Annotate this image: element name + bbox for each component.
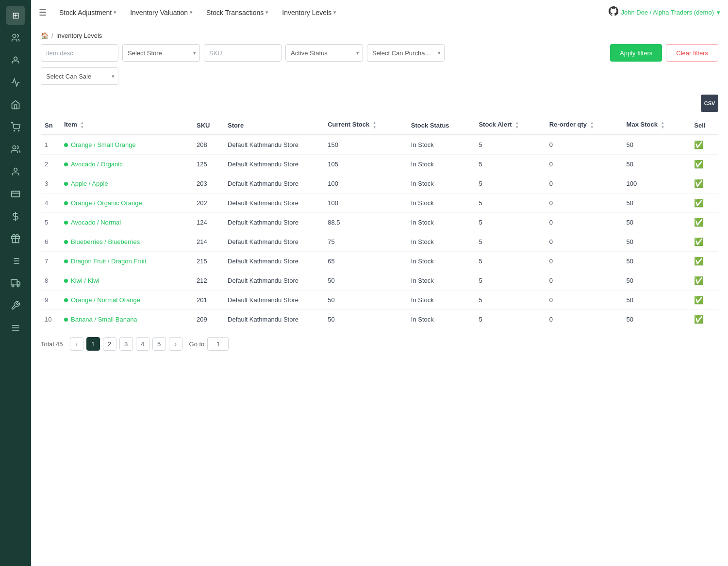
dashboard-icon[interactable]: ⊞ bbox=[6, 6, 25, 25]
item-name[interactable]: Avocado / Normal bbox=[71, 219, 121, 226]
item-name[interactable]: Apple / Apple bbox=[71, 180, 108, 187]
nav-inventory-levels[interactable]: Inventory Levels ▾ bbox=[277, 6, 341, 19]
page-2-button[interactable]: 2 bbox=[103, 337, 116, 351]
prev-page-button[interactable]: ‹ bbox=[70, 337, 83, 351]
hamburger-icon[interactable]: ☰ bbox=[39, 7, 47, 18]
col-max-stock[interactable]: Max Stock ▲▼ bbox=[623, 116, 691, 135]
cell-current-stock: 50 bbox=[324, 271, 407, 291]
cell-item[interactable]: Avocado / Normal bbox=[60, 213, 193, 232]
can-purchase-wrap: Select Can Purcha... bbox=[367, 44, 445, 62]
list-icon[interactable] bbox=[6, 251, 25, 271]
person-icon[interactable] bbox=[6, 50, 25, 70]
table-row: 9 Orange / Normal Orange 201 Default Kat… bbox=[41, 291, 718, 310]
cell-item[interactable]: Kiwi / Kiwi bbox=[60, 271, 193, 291]
can-sale-select[interactable]: Select Can Sale bbox=[41, 67, 118, 85]
cell-stock-alert: 5 bbox=[475, 194, 545, 213]
sell-check-icon: ✅ bbox=[694, 160, 704, 168]
table-row: 1 Orange / Small Orange 208 Default Kath… bbox=[41, 135, 718, 155]
tools-icon[interactable] bbox=[6, 296, 25, 315]
item-name[interactable]: Dragon Fruit / Dragon Fruit bbox=[71, 258, 146, 265]
cell-item[interactable]: Blueberries / Blueberries bbox=[60, 232, 193, 252]
item-name[interactable]: Orange / Small Orange bbox=[71, 141, 136, 148]
truck-icon[interactable] bbox=[6, 274, 25, 293]
cell-sn: 10 bbox=[41, 310, 60, 329]
item-name[interactable]: Kiwi / Kiwi bbox=[71, 277, 99, 284]
item-name[interactable]: Orange / Organic Orange bbox=[71, 199, 142, 207]
gift-icon[interactable] bbox=[6, 229, 25, 248]
sell-check-icon: ✅ bbox=[694, 199, 704, 207]
can-purchase-select[interactable]: Select Can Purcha... bbox=[367, 44, 445, 62]
cell-max-stock: 50 bbox=[623, 155, 691, 174]
page-5-button[interactable]: 5 bbox=[152, 337, 166, 351]
money-icon[interactable] bbox=[6, 207, 25, 226]
cell-sell: ✅ bbox=[690, 194, 718, 213]
user-info[interactable]: John Doe / Alpha Traders (demo) ▾ bbox=[609, 6, 721, 18]
page-1-button[interactable]: 1 bbox=[86, 337, 100, 351]
cell-store: Default Kathmandu Store bbox=[224, 271, 324, 291]
cell-stock-status: In Stock bbox=[407, 194, 475, 213]
page-3-button[interactable]: 3 bbox=[119, 337, 133, 351]
cell-reorder-qty: 0 bbox=[546, 194, 623, 213]
cell-reorder-qty: 0 bbox=[546, 174, 623, 194]
cell-sku: 125 bbox=[193, 155, 224, 174]
apply-filters-button[interactable]: Apply filters bbox=[610, 44, 662, 62]
csv-export-button[interactable]: CSV bbox=[701, 95, 718, 112]
item-name[interactable]: Orange / Normal Orange bbox=[71, 296, 140, 304]
item-name[interactable]: Avocado / Organic bbox=[71, 161, 123, 168]
status-dot bbox=[64, 201, 68, 205]
cell-item[interactable]: Banana / Small Banana bbox=[60, 310, 193, 329]
cell-sell: ✅ bbox=[690, 155, 718, 174]
page-4-button[interactable]: 4 bbox=[136, 337, 149, 351]
item-name[interactable]: Banana / Small Banana bbox=[71, 316, 137, 323]
store-icon[interactable] bbox=[6, 95, 25, 114]
cell-reorder-qty: 0 bbox=[546, 252, 623, 271]
cell-item[interactable]: Orange / Organic Orange bbox=[60, 194, 193, 213]
nav-stock-transactions[interactable]: Stock Transactions ▾ bbox=[201, 6, 273, 19]
active-status-select[interactable]: Active Status bbox=[285, 44, 363, 62]
nav-stock-adjustment[interactable]: Stock Adjustment ▾ bbox=[54, 6, 121, 19]
wallet-icon[interactable] bbox=[6, 184, 25, 204]
cell-item[interactable]: Dragon Fruit / Dragon Fruit bbox=[60, 252, 193, 271]
item-name[interactable]: Blueberries / Blueberries bbox=[71, 238, 140, 245]
user-add-icon[interactable] bbox=[6, 162, 25, 181]
col-item[interactable]: Item ▲▼ bbox=[60, 116, 193, 135]
home-icon[interactable]: 🏠 bbox=[41, 32, 49, 39]
team-icon[interactable] bbox=[6, 140, 25, 159]
cart-icon[interactable] bbox=[6, 117, 25, 137]
col-reorder-qty[interactable]: Re-order qty ▲▼ bbox=[546, 116, 623, 135]
filter-actions: Apply filters Clear filters bbox=[610, 44, 718, 62]
nav-inventory-valuation[interactable]: Inventory Valuation ▾ bbox=[125, 6, 198, 19]
sku-input[interactable] bbox=[204, 44, 281, 62]
cell-item[interactable]: Apple / Apple bbox=[60, 174, 193, 194]
status-dot bbox=[64, 162, 68, 166]
cell-item[interactable]: Orange / Normal Orange bbox=[60, 291, 193, 310]
goto-input[interactable] bbox=[207, 337, 229, 351]
chart-icon[interactable] bbox=[6, 73, 25, 92]
table-row: 4 Orange / Organic Orange 202 Default Ka… bbox=[41, 194, 718, 213]
cell-item[interactable]: Orange / Small Orange bbox=[60, 135, 193, 155]
svg-point-2 bbox=[14, 130, 15, 131]
svg-point-4 bbox=[13, 146, 16, 149]
cell-stock-alert: 5 bbox=[475, 271, 545, 291]
store-select[interactable]: Select Store bbox=[122, 44, 200, 62]
col-current-stock[interactable]: Current Stock ▲▼ bbox=[324, 116, 407, 135]
cell-sn: 5 bbox=[41, 213, 60, 232]
chevron-icon: ▾ bbox=[333, 9, 336, 16]
users-icon[interactable] bbox=[6, 28, 25, 48]
toolbar: CSV bbox=[31, 91, 728, 116]
search-input[interactable] bbox=[41, 44, 118, 62]
col-stock-alert[interactable]: Stock Alert ▲▼ bbox=[475, 116, 545, 135]
cell-max-stock: 50 bbox=[623, 194, 691, 213]
cell-stock-alert: 5 bbox=[475, 310, 545, 329]
next-page-button[interactable]: › bbox=[169, 337, 182, 351]
clear-filters-button[interactable]: Clear filters bbox=[666, 44, 718, 62]
status-dot bbox=[64, 182, 68, 186]
menu-list-icon[interactable] bbox=[6, 318, 25, 338]
svg-point-5 bbox=[14, 168, 17, 172]
col-sn: Sn bbox=[41, 116, 60, 135]
cell-current-stock: 100 bbox=[324, 194, 407, 213]
table-row: 3 Apple / Apple 203 Default Kathmandu St… bbox=[41, 174, 718, 194]
cell-stock-status: In Stock bbox=[407, 155, 475, 174]
cell-item[interactable]: Avocado / Organic bbox=[60, 155, 193, 174]
sell-check-icon: ✅ bbox=[694, 238, 704, 246]
